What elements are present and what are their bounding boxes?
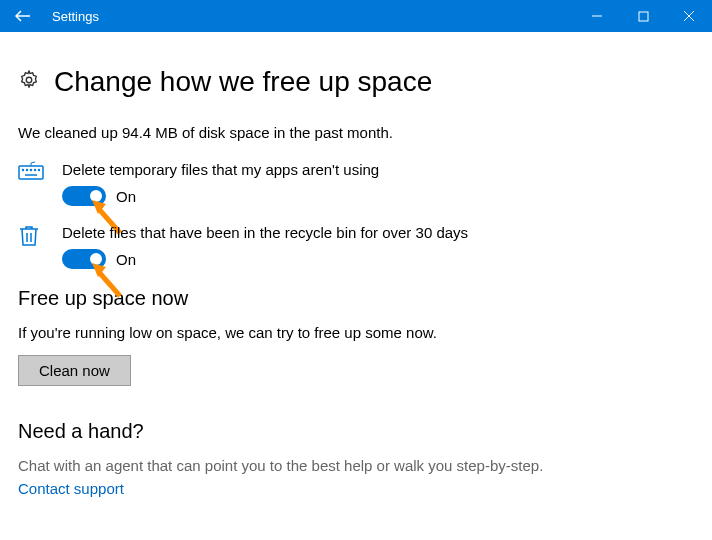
svg-point-4	[27, 170, 28, 171]
freeup-heading: Free up space now	[18, 287, 694, 310]
svg-rect-2	[19, 166, 43, 179]
toggle-temp[interactable]	[62, 186, 106, 206]
trash-icon	[18, 224, 62, 252]
svg-rect-0	[639, 12, 648, 21]
titlebar: Settings	[0, 0, 712, 32]
keyboard-icon	[18, 161, 62, 185]
svg-point-6	[35, 170, 36, 171]
clean-now-button[interactable]: Clean now	[18, 355, 131, 386]
window-title: Settings	[46, 9, 99, 24]
toggle-temp-state: On	[116, 188, 136, 205]
minimize-button[interactable]	[574, 0, 620, 32]
maximize-button[interactable]	[620, 0, 666, 32]
option-recycle-label: Delete files that have been in the recyc…	[62, 224, 694, 241]
freeup-text: If you're running low on space, we can t…	[18, 324, 694, 341]
svg-point-1	[26, 77, 32, 83]
svg-point-5	[31, 170, 32, 171]
gear-icon	[18, 69, 40, 95]
toggle-recycle[interactable]	[62, 249, 106, 269]
option-temp-files: Delete temporary files that my apps aren…	[18, 161, 694, 206]
status-text: We cleaned up 94.4 MB of disk space in t…	[18, 124, 694, 141]
option-recycle-bin: Delete files that have been in the recyc…	[18, 224, 694, 269]
svg-point-3	[23, 170, 24, 171]
help-text: Chat with an agent that can point you to…	[18, 457, 694, 474]
toggle-recycle-state: On	[116, 251, 136, 268]
close-button[interactable]	[666, 0, 712, 32]
contact-support-link[interactable]: Contact support	[18, 480, 694, 497]
page-heading: Change how we free up space	[54, 66, 432, 98]
back-button[interactable]	[0, 0, 46, 32]
svg-point-7	[39, 170, 40, 171]
help-heading: Need a hand?	[18, 420, 694, 443]
option-temp-label: Delete temporary files that my apps aren…	[62, 161, 694, 178]
